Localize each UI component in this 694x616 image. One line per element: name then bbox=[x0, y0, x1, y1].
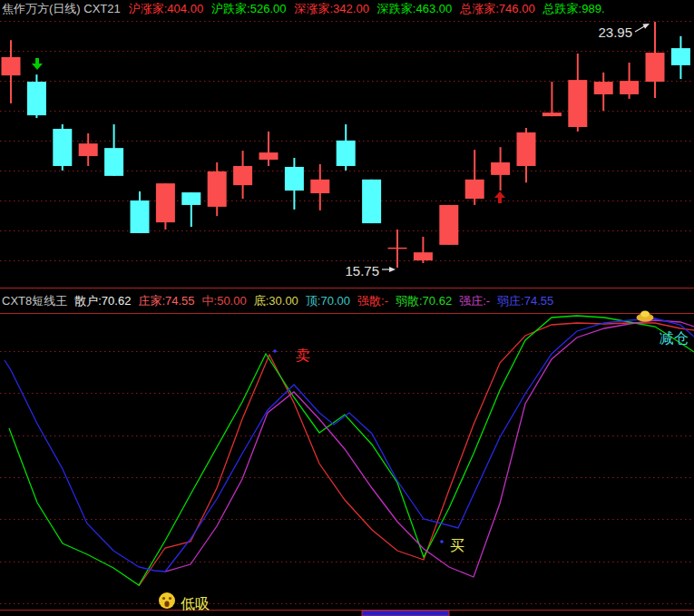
value-weak-retail: 弱散:70.62 bbox=[396, 293, 452, 309]
stat-total-advancers: 总涨家:746.00 bbox=[460, 1, 534, 17]
signal-label: 低吸 bbox=[181, 596, 210, 611]
indicator-header: CXT8短线王 散户:70.62 庄家:74.55 中:50.00 底:30.0… bbox=[0, 289, 694, 312]
level-top: 顶:70.00 bbox=[306, 293, 350, 309]
stat-sh-decliners: 沪跌家:526.00 bbox=[211, 1, 286, 17]
chart-title: 焦作万方(日线) CXT21 bbox=[2, 1, 121, 17]
face-eye bbox=[169, 597, 171, 600]
signal-label: 买 bbox=[450, 538, 464, 553]
face-eye bbox=[162, 597, 165, 600]
stat-total-decliners: 总跌家:989. bbox=[543, 1, 605, 17]
stock-chart-app: 23.9515.75 卖买低吸减仓 焦作万方(日线) CXT21 沪涨家:404… bbox=[0, 0, 694, 616]
signal-dot bbox=[440, 540, 444, 543]
indicator-line-弱庄 bbox=[5, 318, 694, 572]
signal-label: 减仓 bbox=[660, 330, 689, 346]
stat-sh-advancers: 沪涨家:404.00 bbox=[129, 1, 203, 17]
indicator-name: CXT8短线王 bbox=[2, 293, 67, 309]
top-info-bar: 焦作万方(日线) CXT21 沪涨家:404.00 沪跌家:526.00 深涨家… bbox=[0, 0, 694, 18]
date-selection-box bbox=[362, 611, 449, 616]
indicator-line-强庄 bbox=[165, 320, 694, 577]
value-retail: 散户:70.62 bbox=[74, 293, 131, 309]
stat-sz-advancers: 深涨家:342.00 bbox=[294, 1, 368, 17]
value-banker: 庄家:74.55 bbox=[138, 293, 194, 309]
value-strong-retail: 强散:- bbox=[357, 293, 388, 309]
level-bottom: 底:30.00 bbox=[254, 293, 298, 309]
indicator-line-弱散 bbox=[9, 316, 694, 585]
signal-label: 卖 bbox=[296, 347, 310, 363]
value-strong-banker: 强庄:- bbox=[459, 293, 490, 309]
indicator-line-强散 bbox=[139, 323, 694, 586]
signal-dot bbox=[273, 349, 277, 353]
level-mid: 中:50.00 bbox=[202, 293, 247, 309]
face-mouth bbox=[164, 601, 169, 607]
stat-sz-decliners: 深跌家:463.00 bbox=[377, 1, 452, 17]
value-weak-banker: 弱庄:74.55 bbox=[497, 293, 553, 309]
